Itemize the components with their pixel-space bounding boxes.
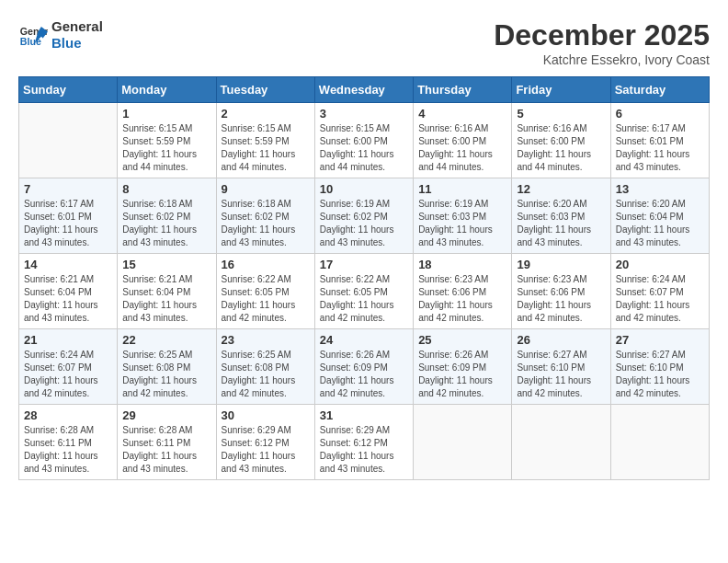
calendar-cell: 20Sunrise: 6:24 AMSunset: 6:07 PMDayligh… <box>610 254 709 329</box>
calendar-week-row: 14Sunrise: 6:21 AMSunset: 6:04 PMDayligh… <box>19 254 710 329</box>
header-monday: Monday <box>118 77 216 103</box>
day-number: 6 <box>616 107 704 121</box>
day-info: Sunrise: 6:19 AMSunset: 6:02 PMDaylight:… <box>320 198 408 249</box>
header-wednesday: Wednesday <box>314 77 413 103</box>
day-info: Sunrise: 6:16 AMSunset: 6:00 PMDaylight:… <box>517 122 605 174</box>
day-info: Sunrise: 6:25 AMSunset: 6:08 PMDaylight:… <box>222 349 310 400</box>
header-saturday: Saturday <box>610 77 709 103</box>
day-number: 30 <box>222 408 310 422</box>
day-info: Sunrise: 6:24 AMSunset: 6:07 PMDaylight:… <box>24 349 112 400</box>
day-info: Sunrise: 6:29 AMSunset: 6:12 PMDaylight:… <box>320 424 408 476</box>
logo: General Blue General Blue <box>18 18 103 52</box>
day-info: Sunrise: 6:26 AMSunset: 6:09 PMDaylight:… <box>320 349 408 400</box>
day-number: 3 <box>320 107 408 121</box>
calendar-cell: 30Sunrise: 6:29 AMSunset: 6:12 PMDayligh… <box>216 405 314 480</box>
day-info: Sunrise: 6:18 AMSunset: 6:02 PMDaylight:… <box>122 198 210 249</box>
calendar-cell: 1Sunrise: 6:15 AMSunset: 5:59 PMDaylight… <box>118 103 216 178</box>
calendar-cell: 11Sunrise: 6:19 AMSunset: 6:03 PMDayligh… <box>414 178 512 254</box>
day-info: Sunrise: 6:15 AMSunset: 5:59 PMDaylight:… <box>222 122 310 174</box>
logo-icon: General Blue <box>18 20 48 50</box>
calendar-cell: 8Sunrise: 6:18 AMSunset: 6:02 PMDaylight… <box>118 178 216 254</box>
calendar-cell: 5Sunrise: 6:16 AMSunset: 6:00 PMDaylight… <box>512 103 610 178</box>
day-info: Sunrise: 6:28 AMSunset: 6:11 PMDaylight:… <box>24 424 112 476</box>
day-number: 15 <box>122 258 210 271</box>
location-label: Katchre Essekro, Ivory Coast <box>494 52 710 67</box>
day-number: 16 <box>222 258 310 271</box>
header-thursday: Thursday <box>414 77 512 103</box>
day-info: Sunrise: 6:16 AMSunset: 6:00 PMDaylight:… <box>418 122 506 174</box>
calendar-cell: 25Sunrise: 6:26 AMSunset: 6:09 PMDayligh… <box>414 329 512 405</box>
calendar-header-row: SundayMondayTuesdayWednesdayThursdayFrid… <box>19 77 710 103</box>
day-number: 18 <box>418 258 506 271</box>
day-number: 13 <box>616 182 704 196</box>
calendar-cell: 6Sunrise: 6:17 AMSunset: 6:01 PMDaylight… <box>610 103 709 178</box>
calendar-cell: 13Sunrise: 6:20 AMSunset: 6:04 PMDayligh… <box>610 178 709 254</box>
calendar-cell: 29Sunrise: 6:28 AMSunset: 6:11 PMDayligh… <box>118 405 216 480</box>
day-info: Sunrise: 6:20 AMSunset: 6:03 PMDaylight:… <box>517 198 605 249</box>
calendar-cell: 4Sunrise: 6:16 AMSunset: 6:00 PMDaylight… <box>414 103 512 178</box>
calendar-cell: 31Sunrise: 6:29 AMSunset: 6:12 PMDayligh… <box>314 405 413 480</box>
day-number: 25 <box>418 333 506 347</box>
calendar-cell: 12Sunrise: 6:20 AMSunset: 6:03 PMDayligh… <box>512 178 610 254</box>
day-info: Sunrise: 6:17 AMSunset: 6:01 PMDaylight:… <box>616 122 704 174</box>
day-info: Sunrise: 6:22 AMSunset: 6:05 PMDaylight:… <box>222 273 310 325</box>
logo-line1: General <box>51 18 103 35</box>
day-number: 28 <box>24 408 112 422</box>
day-number: 27 <box>616 333 704 347</box>
month-year-title: December 2025 <box>494 18 710 52</box>
day-info: Sunrise: 6:23 AMSunset: 6:06 PMDaylight:… <box>517 273 605 325</box>
calendar-cell: 24Sunrise: 6:26 AMSunset: 6:09 PMDayligh… <box>314 329 413 405</box>
day-number: 29 <box>122 408 210 422</box>
calendar-cell: 26Sunrise: 6:27 AMSunset: 6:10 PMDayligh… <box>512 329 610 405</box>
day-info: Sunrise: 6:18 AMSunset: 6:02 PMDaylight:… <box>222 198 310 249</box>
day-number: 19 <box>517 258 605 271</box>
day-info: Sunrise: 6:21 AMSunset: 6:04 PMDaylight:… <box>24 273 112 325</box>
day-info: Sunrise: 6:20 AMSunset: 6:04 PMDaylight:… <box>616 198 704 249</box>
calendar-cell: 21Sunrise: 6:24 AMSunset: 6:07 PMDayligh… <box>19 329 118 405</box>
day-number: 7 <box>24 182 112 196</box>
calendar-cell <box>512 405 610 480</box>
day-number: 9 <box>222 182 310 196</box>
calendar-table: SundayMondayTuesdayWednesdayThursdayFrid… <box>18 76 710 480</box>
day-number: 21 <box>24 333 112 347</box>
day-number: 10 <box>320 182 408 196</box>
day-number: 17 <box>320 258 408 271</box>
day-number: 8 <box>122 182 210 196</box>
day-info: Sunrise: 6:21 AMSunset: 6:04 PMDaylight:… <box>122 273 210 325</box>
day-number: 22 <box>122 333 210 347</box>
calendar-week-row: 7Sunrise: 6:17 AMSunset: 6:01 PMDaylight… <box>19 178 710 254</box>
day-info: Sunrise: 6:28 AMSunset: 6:11 PMDaylight:… <box>122 424 210 476</box>
day-number: 1 <box>122 107 210 121</box>
day-info: Sunrise: 6:27 AMSunset: 6:10 PMDaylight:… <box>517 349 605 400</box>
logo-line2: Blue <box>51 35 103 52</box>
calendar-cell: 9Sunrise: 6:18 AMSunset: 6:02 PMDaylight… <box>216 178 314 254</box>
day-info: Sunrise: 6:17 AMSunset: 6:01 PMDaylight:… <box>24 198 112 249</box>
calendar-cell: 22Sunrise: 6:25 AMSunset: 6:08 PMDayligh… <box>118 329 216 405</box>
calendar-cell: 23Sunrise: 6:25 AMSunset: 6:08 PMDayligh… <box>216 329 314 405</box>
page-header: General Blue General Blue December 2025 … <box>18 18 710 67</box>
day-number: 26 <box>517 333 605 347</box>
calendar-cell: 19Sunrise: 6:23 AMSunset: 6:06 PMDayligh… <box>512 254 610 329</box>
day-info: Sunrise: 6:15 AMSunset: 5:59 PMDaylight:… <box>122 122 210 174</box>
day-info: Sunrise: 6:27 AMSunset: 6:10 PMDaylight:… <box>616 349 704 400</box>
day-info: Sunrise: 6:24 AMSunset: 6:07 PMDaylight:… <box>616 273 704 325</box>
day-info: Sunrise: 6:19 AMSunset: 6:03 PMDaylight:… <box>418 198 506 249</box>
day-number: 4 <box>418 107 506 121</box>
calendar-week-row: 21Sunrise: 6:24 AMSunset: 6:07 PMDayligh… <box>19 329 710 405</box>
calendar-cell: 14Sunrise: 6:21 AMSunset: 6:04 PMDayligh… <box>19 254 118 329</box>
calendar-week-row: 1Sunrise: 6:15 AMSunset: 5:59 PMDaylight… <box>19 103 710 178</box>
day-number: 5 <box>517 107 605 121</box>
day-info: Sunrise: 6:22 AMSunset: 6:05 PMDaylight:… <box>320 273 408 325</box>
day-number: 20 <box>616 258 704 271</box>
calendar-cell <box>19 103 118 178</box>
header-tuesday: Tuesday <box>216 77 314 103</box>
day-number: 31 <box>320 408 408 422</box>
calendar-cell: 2Sunrise: 6:15 AMSunset: 5:59 PMDaylight… <box>216 103 314 178</box>
calendar-cell <box>414 405 512 480</box>
day-number: 14 <box>24 258 112 271</box>
calendar-cell: 17Sunrise: 6:22 AMSunset: 6:05 PMDayligh… <box>314 254 413 329</box>
calendar-cell: 3Sunrise: 6:15 AMSunset: 6:00 PMDaylight… <box>314 103 413 178</box>
header-friday: Friday <box>512 77 610 103</box>
day-info: Sunrise: 6:26 AMSunset: 6:09 PMDaylight:… <box>418 349 506 400</box>
calendar-cell: 28Sunrise: 6:28 AMSunset: 6:11 PMDayligh… <box>19 405 118 480</box>
